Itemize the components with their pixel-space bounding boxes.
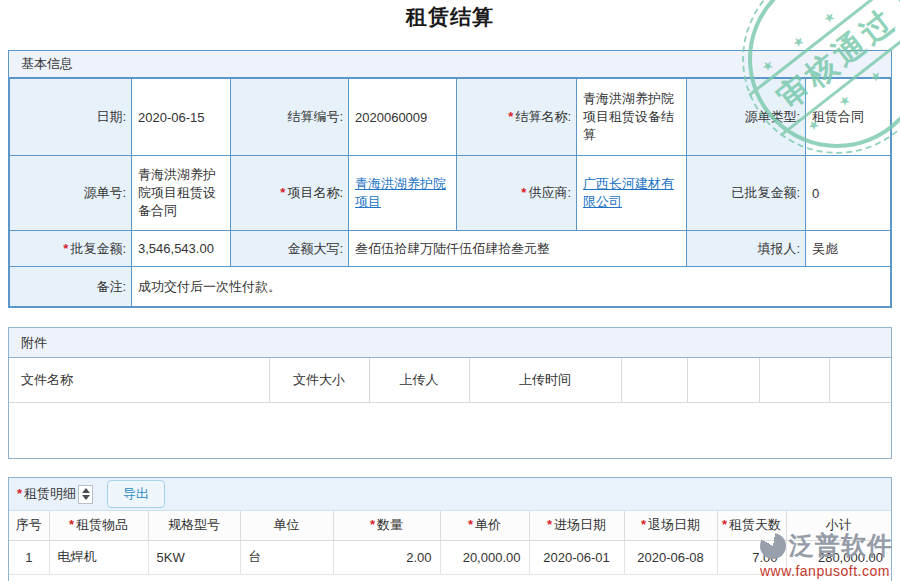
source-no-value: 青海洪湖养护院项目租赁设备合同 <box>132 156 231 231</box>
source-type-value: 租赁合同 <box>806 79 891 156</box>
supplier-label: *供应商: <box>457 156 577 231</box>
required-icon: * <box>641 517 646 532</box>
detail-cell-index: 1 <box>9 540 49 574</box>
rental-details-table: 序号 *租赁物品 规格型号 单位 *数量 *单价 *进场日期 *退场日期 *租赁… <box>9 511 891 581</box>
settlement-name-label: *结算名称: <box>457 79 577 156</box>
approved-amount-label: 已批复金额: <box>687 156 806 231</box>
detail-col-spec: 规格型号 <box>148 511 240 540</box>
sort-down-icon <box>82 495 90 500</box>
detail-col-exit-date: *退场日期 <box>624 511 717 540</box>
required-icon: * <box>508 109 513 124</box>
amount-in-words-value: 叁佰伍拾肆万陆仟伍佰肆拾叁元整 <box>349 231 687 267</box>
settlement-no-label: 结算编号: <box>231 79 349 156</box>
required-icon: * <box>547 517 552 532</box>
rental-details-toolbar: *租赁明细 导出 <box>9 478 891 511</box>
attachments-col-filesize: 文件大小 <box>269 358 369 402</box>
detail-cell-exit-date: 2020-06-08 <box>624 540 717 574</box>
attachments-col-empty <box>687 358 759 402</box>
attachments-col-filename: 文件名称 <box>9 358 269 402</box>
detail-cell-item: 电焊机 <box>49 540 148 574</box>
basic-info-section: 基本信息 日期: 2020-06-15 结算编号: 2020060009 *结算… <box>8 50 892 308</box>
date-label: 日期: <box>10 79 132 156</box>
attachments-col-empty <box>759 358 829 402</box>
page-title: 租赁结算 <box>0 3 900 31</box>
detail-cell-unit: 台 <box>240 540 333 574</box>
attachments-col-empty <box>829 358 891 402</box>
detail-cell-subtotal: 280,000.00 <box>786 540 891 574</box>
filler-value: 吴彪 <box>806 231 891 267</box>
required-icon: * <box>521 185 526 200</box>
amount-in-words-label: 金额大写: <box>231 231 349 267</box>
rental-details-section: *租赁明细 导出 序号 *租赁物品 规格型号 单位 *数量 *单价 *进场日期 … <box>8 477 892 581</box>
detail-cell-entry-date: 2020-06-01 <box>529 540 624 574</box>
attachments-title-text: 附件 <box>21 334 47 352</box>
settlement-no-value: 2020060009 <box>349 79 457 156</box>
required-icon: * <box>722 517 727 532</box>
required-icon: * <box>468 517 473 532</box>
detail-row: 1 电焊机 5KW 台 2.00 20,000.00 2020-06-01 20… <box>9 540 891 574</box>
approval-amount-label: *批复金额: <box>10 231 132 267</box>
basic-info-table: 日期: 2020-06-15 结算编号: 2020060009 *结算名称: 青… <box>9 78 891 307</box>
attachments-table: 文件名称 文件大小 上传人 上传时间 <box>9 358 891 403</box>
required-icon: * <box>69 517 74 532</box>
attachments-col-uploader: 上传人 <box>369 358 469 402</box>
attachments-col-uploadtime: 上传时间 <box>469 358 621 402</box>
source-no-label: 源单号: <box>10 156 132 231</box>
detail-cell-qty: 2.00 <box>333 540 440 574</box>
attachments-col-empty <box>621 358 687 402</box>
required-icon: * <box>370 517 375 532</box>
attachments-empty-body <box>9 403 891 458</box>
remark-label: 备注: <box>10 267 132 307</box>
required-icon: * <box>280 185 285 200</box>
detail-col-qty: *数量 <box>333 511 440 540</box>
date-value: 2020-06-15 <box>132 79 231 156</box>
source-type-label: 源单类型: <box>687 79 806 156</box>
rental-details-title: *租赁明细 <box>17 485 76 503</box>
basic-info-section-title: 基本信息 <box>9 51 891 78</box>
detail-col-item: *租赁物品 <box>49 511 148 540</box>
project-name-value: 青海洪湖养护院项目 <box>349 156 457 231</box>
detail-col-entry-date: *进场日期 <box>529 511 624 540</box>
required-icon: * <box>17 486 22 501</box>
export-button[interactable]: 导出 <box>107 480 165 508</box>
detail-cell-days: 7.00 <box>717 540 786 574</box>
detail-cell-spec: 5KW <box>148 540 240 574</box>
detail-col-price: *单价 <box>440 511 529 540</box>
sort-up-icon <box>82 488 90 493</box>
detail-cell-price: 20,000.00 <box>440 540 529 574</box>
sort-stepper[interactable] <box>78 485 93 504</box>
approved-amount-value: 0 <box>806 156 891 231</box>
filler-label: 填报人: <box>687 231 806 267</box>
supplier-value: 广西长河建材有限公司 <box>577 156 687 231</box>
settlement-name-value: 青海洪湖养护院项目租赁设备结算 <box>577 79 687 156</box>
detail-col-index: 序号 <box>9 511 49 540</box>
remark-value: 成功交付后一次性付款。 <box>132 267 891 307</box>
required-icon: * <box>63 241 68 256</box>
project-name-label: *项目名称: <box>231 156 349 231</box>
detail-col-days: *租赁天数 <box>717 511 786 540</box>
detail-row-partial <box>9 574 891 581</box>
basic-info-title-text: 基本信息 <box>21 55 73 73</box>
attachments-section: 附件 文件名称 文件大小 上传人 上传时间 <box>8 327 892 459</box>
detail-col-subtotal: 小计 <box>786 511 891 540</box>
project-link[interactable]: 青海洪湖养护院项目 <box>355 176 446 209</box>
supplier-link[interactable]: 广西长河建材有限公司 <box>583 176 674 209</box>
attachments-section-title: 附件 <box>9 328 891 358</box>
approval-amount-value: 3,546,543.00 <box>132 231 231 267</box>
detail-col-unit: 单位 <box>240 511 333 540</box>
